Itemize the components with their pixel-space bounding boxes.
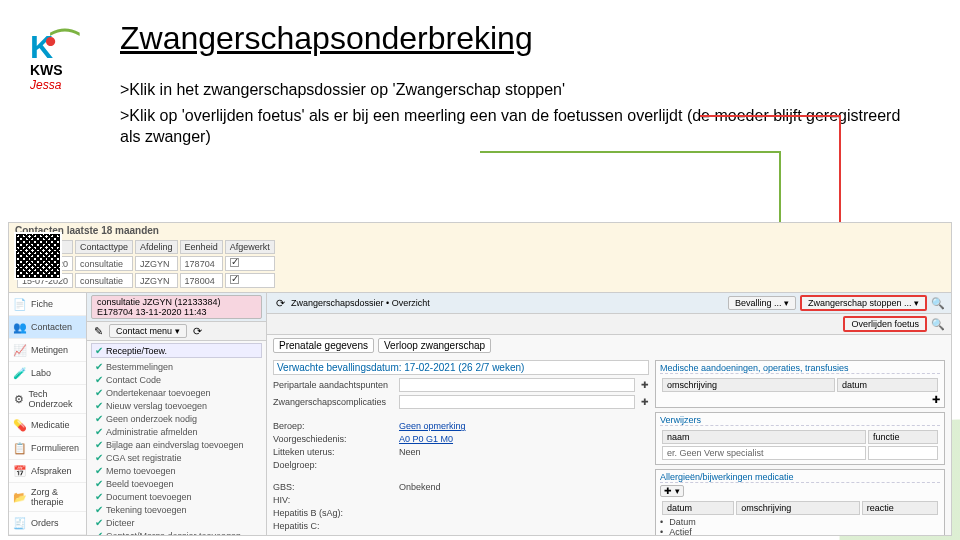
sidebar-item-tech[interactable]: ⚙Tech Onderzoek: [9, 385, 86, 414]
search-icon[interactable]: 🔍: [931, 296, 945, 310]
sidebar-item-zorg[interactable]: 📂Zorg & therapie: [9, 483, 86, 512]
contact-menu-button[interactable]: Contact menu ▾: [109, 324, 187, 338]
sidebar-item-medicatie[interactable]: 💊Medicatie: [9, 414, 86, 437]
col-functie[interactable]: functie: [868, 430, 938, 444]
edit-icon[interactable]: ✎: [91, 324, 105, 338]
check-icon: ✔: [95, 530, 103, 535]
contacts-bar: Contacten laatste 18 maanden Datum Conta…: [9, 223, 951, 293]
zwangerschap-stoppen-button[interactable]: Zwangerschap stoppen ... ▾: [800, 295, 927, 311]
overlijden-foetus-button[interactable]: Overlijden foetus: [843, 316, 927, 332]
add-icon[interactable]: ✚: [932, 394, 940, 405]
allerg-row[interactable]: Datum: [669, 517, 696, 527]
input-peripartale[interactable]: [399, 378, 635, 392]
panel-title: Verwijzers: [660, 415, 940, 426]
allerg-row[interactable]: Actief: [669, 527, 692, 535]
sidebar-item-metingen[interactable]: 📈Metingen: [9, 339, 86, 362]
sidebar-item-label: Medicatie: [31, 420, 70, 430]
val-litteken: Neen: [399, 447, 421, 457]
tree-item[interactable]: ✔Nieuw verslag toevoegen: [95, 399, 262, 412]
cell: [225, 273, 275, 288]
sidebar-item-labo[interactable]: 🧪Labo: [9, 362, 86, 385]
bevalling-button[interactable]: Bevalling ... ▾: [728, 296, 796, 310]
col[interactable]: datum: [662, 501, 734, 515]
sidebar: 📄Fiche 👥Contacten 📈Metingen 🧪Labo ⚙Tech …: [9, 293, 87, 535]
tree-item[interactable]: ✔Administratie afmelden: [95, 425, 262, 438]
sidebar-item-fiche[interactable]: 📄Fiche: [9, 293, 86, 316]
sidebar-item-label: Zorg & therapie: [31, 487, 82, 507]
col-afdeling[interactable]: Afdeling: [135, 240, 178, 254]
refresh-icon[interactable]: ⟳: [191, 324, 205, 338]
tree-item[interactable]: ✔Bestemmelingen: [95, 360, 262, 373]
verwachte-datum[interactable]: Verwachte bevallingsdatum: 17-02-2021 (2…: [273, 360, 649, 375]
file-icon: 📄: [13, 297, 27, 311]
panel-title: Allergieën/bijwerkingen medicatie: [660, 472, 940, 483]
tree-item[interactable]: ✔Document toevoegen: [95, 490, 262, 503]
sidebar-item-afspraken[interactable]: 📅Afspraken: [9, 460, 86, 483]
val-voorg[interactable]: A0 P0 G1 M0: [399, 434, 453, 444]
check-icon: ✔: [95, 374, 103, 385]
check-icon: ✔: [95, 478, 103, 489]
breadcrumb: Zwangerschapsdossier • Overzicht: [291, 298, 430, 308]
tree-item[interactable]: ✔Geen onderzoek nodig: [95, 412, 262, 425]
allerg-add[interactable]: ✚ ▾: [660, 485, 684, 497]
label-hepc: Hepatitis C:: [273, 521, 393, 531]
tree-header-label: Receptie/Toew.: [106, 346, 167, 356]
tree-item[interactable]: ✔Contact Code: [95, 373, 262, 386]
label-complicaties: Zwangerschapscomplicaties: [273, 397, 393, 407]
col-naam[interactable]: naam: [662, 430, 866, 444]
sidebar-item-orders[interactable]: 🧾Orders: [9, 512, 86, 535]
logo-jessa-text: Jessa: [30, 78, 100, 92]
table-row[interactable]: er. Geen Verw specialist: [662, 446, 938, 460]
search-icon[interactable]: 🔍: [931, 317, 945, 331]
tree-item[interactable]: ✔CGA set registratie: [95, 451, 262, 464]
cell: er. Geen Verw specialist: [662, 446, 866, 460]
tree-item[interactable]: ✔Contact/Merge dossier toevoegen: [95, 529, 262, 535]
slide-bullets: >Klik in het zwangerschapsdossier op 'Zw…: [0, 79, 960, 148]
tree-item[interactable]: ✔Tekening toevoegen: [95, 503, 262, 516]
col-datum[interactable]: datum: [837, 378, 938, 392]
add-icon[interactable]: ✚: [641, 397, 649, 407]
cell: JZGYN: [135, 273, 178, 288]
input-complicaties[interactable]: [399, 395, 635, 409]
tree-item[interactable]: ✔Dicteer: [95, 516, 262, 529]
tab-verloop[interactable]: Verloop zwangerschap: [378, 338, 491, 353]
col-contacttype[interactable]: Contacttype: [75, 240, 133, 254]
logo-k: K•⁀: [30, 28, 100, 66]
col[interactable]: omschrijving: [736, 501, 860, 515]
col-eenheid[interactable]: Eenheid: [180, 240, 223, 254]
sidebar-item-label: Metingen: [31, 345, 68, 355]
dossier-toolbar: ⟳ Zwangerschapsdossier • Overzicht Beval…: [267, 293, 951, 314]
tree-header[interactable]: ✔Receptie/Toew.: [91, 343, 262, 358]
tree-item[interactable]: ✔Ondertekenaar toevoegen: [95, 386, 262, 399]
check-icon: ✔: [95, 517, 103, 528]
label-beroep: Beroep:: [273, 421, 393, 431]
tab-prenatale[interactable]: Prenatale gegevens: [273, 338, 374, 353]
form-icon: 📋: [13, 441, 27, 455]
tree-item[interactable]: ✔Bijlage aan eindverslag toevoegen: [95, 438, 262, 451]
contact-column: consultatie JZGYN (12133384) E178704 13-…: [87, 293, 267, 535]
sidebar-item-formulieren[interactable]: 📋Formulieren: [9, 437, 86, 460]
check-icon: ✔: [95, 504, 103, 515]
checkbox-icon: [230, 258, 239, 267]
dossier-column: ⟳ Zwangerschapsdossier • Overzicht Beval…: [267, 293, 951, 535]
tree-item[interactable]: ✔Beeld toevoegen: [95, 477, 262, 490]
col[interactable]: reactie: [862, 501, 938, 515]
tree-item[interactable]: ✔Memo toevoegen: [95, 464, 262, 477]
panel-medische: Medische aandoeningen, operaties, transf…: [655, 360, 945, 408]
label-hep: Hepatitis B (sAg):: [273, 508, 393, 518]
dossier-left: Verwachte bevallingsdatum: 17-02-2021 (2…: [273, 360, 649, 531]
dossier-right: Medische aandoeningen, operaties, transf…: [655, 360, 945, 531]
col-omschrijving[interactable]: omschrijving: [662, 378, 835, 392]
people-icon: 👥: [13, 320, 27, 334]
val-gbs: Onbekend: [399, 482, 441, 492]
check-icon: ✔: [95, 400, 103, 411]
check-icon: ✔: [95, 465, 103, 476]
sidebar-item-label: Fiche: [31, 299, 53, 309]
logo-block: K•⁀ KWS Jessa: [30, 28, 100, 92]
col-afgewerkt[interactable]: Afgewerkt: [225, 240, 275, 254]
refresh-icon[interactable]: ⟳: [273, 296, 287, 310]
add-icon[interactable]: ✚: [641, 380, 649, 390]
val-beroep[interactable]: Geen opmerking: [399, 421, 466, 431]
sidebar-item-contacten[interactable]: 👥Contacten: [9, 316, 86, 339]
contact-tab[interactable]: consultatie JZGYN (12133384) E178704 13-…: [91, 295, 262, 319]
